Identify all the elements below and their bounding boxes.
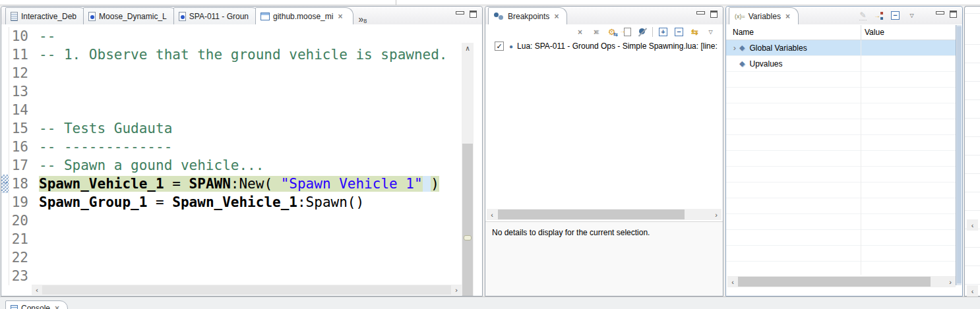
line-number: 15 <box>9 119 33 138</box>
code-text <box>33 211 39 230</box>
breakpoints-horizontal-scrollbar[interactable]: ‹ › <box>487 209 721 220</box>
variables-tree: ›◆Global Variables◆Upvalues <box>726 40 956 275</box>
scroll-left-icon[interactable]: ‹ <box>32 285 42 295</box>
code-line: 17-- Spawn a gound vehicle... <box>1 156 461 175</box>
column-header-name[interactable]: Name <box>733 28 754 37</box>
code-line: 16-- ------------- <box>1 138 461 156</box>
scroll-left-icon[interactable]: ‹ <box>967 219 978 231</box>
scrollbar-thumb[interactable] <box>42 285 451 295</box>
scroll-left-icon[interactable]: ‹ <box>967 285 978 296</box>
breakpoints-panel: Breakpoints × × ×× ⚙⇆ → + − ⇆ ▽ ✓●Lua: S… <box>485 6 723 296</box>
code-line: 22 <box>1 248 461 267</box>
minimize-button[interactable] <box>456 11 463 17</box>
collapse-all-button[interactable]: − <box>890 10 901 21</box>
breakpoint-item[interactable]: ✓●Lua: SPA-011 - Ground Ops - Simple Spa… <box>485 40 723 53</box>
tab-console[interactable]: Console × <box>5 300 68 309</box>
marker-ruler <box>1 267 9 285</box>
editor-tab-Moose_Dynamic_L[interactable]: Moose_Dynamic_L <box>83 7 178 24</box>
code-editor[interactable]: 10--11-- 1. Observe that the ground vehi… <box>1 24 482 296</box>
skip-all-breakpoints-button[interactable] <box>638 27 648 37</box>
show-type-names-button-disabled: ✎ <box>857 10 869 21</box>
editor-tab-github.moose_mi[interactable]: github.moose_mi× <box>255 7 353 24</box>
code-line: 23 <box>1 267 461 285</box>
link-with-debug-view-button[interactable]: ⇆ <box>689 26 700 38</box>
close-icon[interactable]: × <box>338 12 342 21</box>
minimize-button[interactable] <box>936 11 943 17</box>
close-icon[interactable]: × <box>55 304 59 309</box>
maximize-button[interactable] <box>710 11 718 18</box>
variable-diamond-icon: ◆ <box>739 59 745 68</box>
variables-vertical-scrollbar[interactable] <box>956 25 962 285</box>
tab-overflow-chevron[interactable]: »8 <box>358 11 367 24</box>
marker-ruler <box>1 248 9 267</box>
show-logical-structure-button[interactable]: → <box>874 11 884 20</box>
scroll-right-icon[interactable]: › <box>711 209 721 220</box>
remove-icon: × <box>578 28 582 37</box>
remove-all-breakpoints-button[interactable]: ×× <box>590 26 601 38</box>
minimize-button[interactable] <box>696 11 704 17</box>
tab-variables[interactable]: (x)= Variables × <box>729 7 799 24</box>
scrollbar-thumb[interactable] <box>462 144 473 296</box>
line-number: 10 <box>9 27 33 45</box>
scroll-right-icon[interactable]: › <box>945 276 956 287</box>
line-number: 21 <box>9 230 33 248</box>
scrollbar-thumb[interactable] <box>957 26 962 283</box>
variables-window-buttons <box>936 11 957 18</box>
line-number: 12 <box>9 64 33 82</box>
tab-label: Interactive_Deb <box>21 12 77 21</box>
line-number: 13 <box>9 82 33 101</box>
tree-expand-icon[interactable]: › <box>730 43 739 53</box>
code-segment: -- Spawn a gound vehicle... <box>39 157 264 173</box>
code-segment <box>423 176 431 192</box>
breakpoint-checkbox[interactable]: ✓ <box>495 42 504 51</box>
code-line: 20 <box>1 211 461 230</box>
scroll-left-icon[interactable]: ‹ <box>727 276 738 287</box>
expand-all-button[interactable]: + <box>658 26 669 38</box>
arrow-right-icon: → <box>874 12 880 19</box>
plus-icon: + <box>659 28 667 36</box>
overview-ruler-marker[interactable] <box>464 235 472 240</box>
variable-row-upvalues[interactable]: ◆Upvalues <box>726 56 956 72</box>
code-text <box>33 82 39 101</box>
scroll-right-icon[interactable]: › <box>451 285 462 295</box>
view-menu-button[interactable]: ▽ <box>705 26 716 38</box>
code-line: 14 <box>1 101 461 119</box>
current-line-highlight: Spawn_Vehicle_1 = SPAWN:New( "Spawn Vehi… <box>39 176 439 192</box>
column-header-value[interactable]: Value <box>865 28 884 37</box>
tab-label: github.moose_mi <box>273 12 333 21</box>
scrollbar-thumb[interactable] <box>738 277 931 287</box>
code-segment: :New( <box>231 176 281 192</box>
column-divider[interactable] <box>861 25 861 40</box>
tab-label: Variables <box>749 12 781 21</box>
line-number: 22 <box>9 248 33 267</box>
tab-breakpoints[interactable]: Breakpoints × <box>488 7 567 24</box>
maximize-button[interactable] <box>950 11 957 18</box>
code-segment: -- ------------- <box>39 139 172 155</box>
text-file-icon <box>11 12 18 21</box>
variables-horizontal-scrollbar[interactable]: ‹ › <box>727 276 956 287</box>
code-text <box>33 230 39 248</box>
tab-label: SPA-011 - Groun <box>189 12 249 21</box>
code-line: 21 <box>1 230 461 248</box>
scrollbar-thumb[interactable] <box>498 210 685 219</box>
remove-breakpoint-button[interactable]: × <box>574 26 586 38</box>
variable-row-global-variables[interactable]: ›◆Global Variables <box>726 40 956 56</box>
editor-vertical-scrollbar[interactable]: ∧ ∨ <box>462 43 474 296</box>
variables-tab-bar: (x)= Variables × ✎ → − ▽ <box>726 7 962 24</box>
view-menu-button[interactable]: ▽ <box>906 10 917 21</box>
console-view-icon <box>11 305 18 309</box>
close-icon[interactable]: × <box>554 12 559 21</box>
scroll-left-icon[interactable]: ‹ <box>487 209 497 220</box>
editor-tab-Interactive_Deb[interactable]: Interactive_Deb <box>5 7 88 24</box>
show-supported-breakpoints-button[interactable]: ⚙⇆ <box>606 26 617 38</box>
collapse-all-button[interactable]: − <box>673 26 685 38</box>
maximize-button[interactable] <box>470 11 477 18</box>
marker-ruler <box>1 101 9 119</box>
editor-tab-SPA-011 - Groun[interactable]: SPA-011 - Groun <box>173 7 260 24</box>
variables-panel: (x)= Variables × ✎ → − ▽ Name Value ›◆Gl… <box>725 6 963 296</box>
editor-horizontal-scrollbar[interactable]: ‹ › <box>32 285 462 295</box>
scroll-up-icon[interactable]: ∧ <box>462 43 474 53</box>
close-icon[interactable]: × <box>785 12 790 21</box>
remove-icon: × <box>595 28 599 37</box>
go-to-file-for-breakpoint-button[interactable]: → <box>622 26 633 38</box>
